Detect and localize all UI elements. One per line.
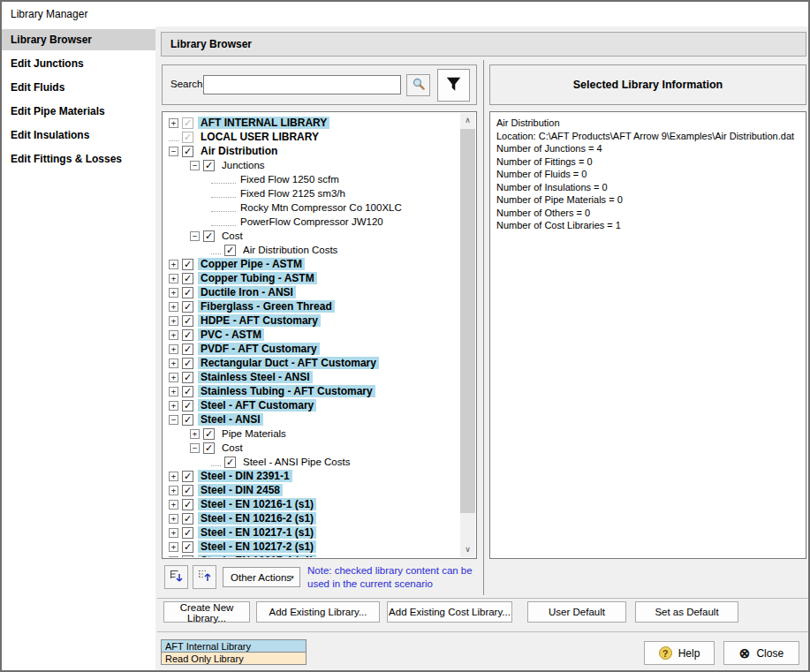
create-new-library-button[interactable]: Create New Library... bbox=[163, 601, 250, 623]
tree-checkbox[interactable]: ✓ bbox=[182, 146, 193, 157]
tree-row[interactable]: −✓Steel - ANSI bbox=[163, 412, 460, 427]
expand-all-button[interactable] bbox=[164, 565, 188, 589]
tree-checkbox[interactable]: ✓ bbox=[182, 499, 193, 510]
search-input[interactable] bbox=[203, 75, 401, 94]
tree-row[interactable]: +✓AFT INTERNAL LIBRARY bbox=[163, 116, 460, 130]
tree-checkbox[interactable]: ✓ bbox=[182, 555, 193, 558]
set-as-default-button[interactable]: Set as Default bbox=[635, 601, 738, 623]
plus-expander-icon[interactable]: + bbox=[169, 472, 178, 481]
plus-expander-icon[interactable]: + bbox=[169, 486, 178, 495]
plus-expander-icon[interactable]: + bbox=[169, 500, 178, 510]
tree-row[interactable]: ✓LOCAL USER LIBRARY bbox=[163, 130, 460, 144]
tree-row[interactable]: Rocky Mtn Compressor Co 100XLC bbox=[163, 200, 460, 215]
scrollbar-down-button[interactable]: ∨ bbox=[460, 542, 475, 557]
tree-row[interactable]: Fixed Flow 1250 scfm bbox=[163, 172, 460, 186]
tree-checkbox[interactable]: ✓ bbox=[182, 344, 193, 355]
tree-row[interactable]: +✓Steel - EN 10216-1 (s1) bbox=[163, 497, 460, 511]
tree-row[interactable]: +✓PVC - ASTM bbox=[163, 328, 460, 342]
sidebar-item-library-browser[interactable]: Library Browser bbox=[2, 29, 155, 50]
sidebar-item-edit-fluids[interactable]: Edit Fluids bbox=[2, 77, 155, 98]
tree-row[interactable]: +✓Steel - DIN 2391-1 bbox=[163, 469, 460, 483]
minus-expander-icon[interactable]: − bbox=[190, 161, 200, 170]
tree-row[interactable]: +✓Stainless Tubing - AFT Customary bbox=[163, 384, 460, 398]
tree-checkbox[interactable]: ✓ bbox=[182, 329, 193, 341]
tree-row[interactable]: +✓Ductile Iron - ANSI bbox=[163, 285, 460, 299]
plus-expander-icon[interactable]: + bbox=[169, 302, 178, 312]
tree-checkbox[interactable]: ✓ bbox=[182, 471, 193, 482]
tree-row[interactable]: −✓Cost bbox=[163, 229, 460, 243]
tree-row[interactable]: +✓Copper Tubing - ASTM bbox=[163, 271, 460, 285]
tree-checkbox[interactable]: ✓ bbox=[203, 230, 215, 242]
collapse-all-button[interactable] bbox=[193, 565, 216, 589]
tree-row[interactable]: +✓HDPE - AFT Customary bbox=[163, 313, 460, 328]
plus-expander-icon[interactable]: + bbox=[169, 359, 178, 368]
tree-checkbox[interactable]: ✓ bbox=[182, 287, 193, 298]
tree-row[interactable]: +✓Steel - EN 10217-4 (s1) bbox=[163, 554, 460, 557]
tree-row[interactable]: PowerFlow Compressor JW120 bbox=[163, 215, 460, 229]
tree-row[interactable]: +✓Steel - DIN 2458 bbox=[163, 483, 460, 497]
sidebar-item-edit-fittings-losses[interactable]: Edit Fittings & Losses bbox=[2, 148, 155, 170]
tree-checkbox[interactable]: ✓ bbox=[182, 372, 193, 383]
tree-row[interactable]: +✓Steel - EN 10216-2 (s1) bbox=[163, 511, 460, 525]
tree-checkbox[interactable]: ✓ bbox=[182, 315, 193, 327]
tree-row[interactable]: +✓Rectangular Duct - AFT Customary bbox=[163, 356, 460, 370]
plus-expander-icon[interactable]: + bbox=[169, 556, 178, 558]
plus-expander-icon[interactable]: + bbox=[169, 274, 178, 283]
tree-checkbox[interactable]: ✓ bbox=[182, 485, 193, 496]
sidebar-item-edit-junctions[interactable]: Edit Junctions bbox=[2, 53, 155, 74]
add-existing-library-button[interactable]: Add Existing Library... bbox=[256, 601, 380, 623]
help-button[interactable]: ? Help bbox=[644, 641, 715, 665]
tree-row[interactable]: +✓Pipe Materials bbox=[163, 427, 460, 441]
minus-expander-icon[interactable]: − bbox=[169, 147, 178, 156]
tree-row[interactable]: −✓Junctions bbox=[163, 158, 460, 172]
tree-checkbox[interactable]: ✓ bbox=[182, 527, 193, 539]
tree-row[interactable]: −✓Cost bbox=[163, 441, 460, 455]
tree-checkbox[interactable]: ✓ bbox=[182, 414, 193, 426]
tree-checkbox[interactable]: ✓ bbox=[182, 273, 193, 284]
plus-expander-icon[interactable]: + bbox=[169, 316, 178, 326]
tree-row[interactable]: +✓Steel - AFT Customary bbox=[163, 398, 460, 412]
tree-row[interactable]: ✓Steel - ANSI Pipe Costs bbox=[163, 455, 460, 469]
tree-row[interactable]: −✓Air Distribution bbox=[163, 144, 460, 158]
plus-expander-icon[interactable]: + bbox=[169, 514, 178, 524]
tree-checkbox[interactable]: ✓ bbox=[182, 386, 193, 397]
plus-expander-icon[interactable]: + bbox=[169, 542, 178, 552]
tree-row[interactable]: +✓Stainless Steel - ANSI bbox=[163, 370, 460, 384]
tree-checkbox[interactable]: ✓ bbox=[182, 400, 193, 412]
tree-row[interactable]: +✓Fiberglass - Green Thread bbox=[163, 299, 460, 313]
plus-expander-icon[interactable]: + bbox=[169, 387, 178, 396]
filter-button[interactable] bbox=[437, 69, 470, 102]
plus-expander-icon[interactable]: + bbox=[169, 401, 178, 411]
sidebar-item-edit-pipe-materials[interactable]: Edit Pipe Materials bbox=[2, 101, 155, 122]
tree-row[interactable]: +✓Copper Pipe - ASTM bbox=[163, 257, 460, 271]
scrollbar-thumb[interactable] bbox=[460, 129, 475, 513]
close-button[interactable]: ⊗ Close bbox=[723, 641, 799, 665]
tree-checkbox[interactable]: ✓ bbox=[203, 160, 215, 171]
minus-expander-icon[interactable]: − bbox=[190, 443, 200, 453]
plus-expander-icon[interactable]: + bbox=[169, 288, 178, 298]
plus-expander-icon[interactable]: + bbox=[169, 344, 178, 354]
tree-checkbox[interactable]: ✓ bbox=[182, 541, 193, 553]
tree-checkbox[interactable]: ✓ bbox=[203, 442, 215, 454]
add-existing-cost-library-button[interactable]: Add Existing Cost Library... bbox=[387, 601, 512, 623]
tree-checkbox[interactable]: ✓ bbox=[182, 358, 193, 369]
plus-expander-icon[interactable]: + bbox=[190, 429, 200, 439]
other-actions-dropdown[interactable]: Other Actions ▼ bbox=[223, 567, 300, 587]
scrollbar-up-button[interactable]: ∧ bbox=[460, 113, 475, 128]
tree-scrollbar[interactable]: ∧ ∨ bbox=[460, 113, 475, 557]
tree-checkbox[interactable]: ✓ bbox=[182, 513, 193, 525]
minus-expander-icon[interactable]: − bbox=[169, 415, 178, 425]
sidebar-item-edit-insulations[interactable]: Edit Insulations bbox=[2, 125, 155, 146]
search-button[interactable] bbox=[406, 74, 430, 96]
plus-expander-icon[interactable]: + bbox=[169, 260, 178, 269]
tree-checkbox[interactable]: ✓ bbox=[203, 428, 215, 440]
tree-checkbox[interactable]: ✓ bbox=[224, 245, 236, 256]
minus-expander-icon[interactable]: − bbox=[190, 231, 200, 241]
tree-row[interactable]: +✓PVDF - AFT Customary bbox=[163, 342, 460, 356]
tree-row[interactable]: +✓Steel - EN 10217-2 (s1) bbox=[163, 540, 460, 554]
tree-row[interactable]: +✓Steel - EN 10217-1 (s1) bbox=[163, 525, 460, 540]
plus-expander-icon[interactable]: + bbox=[169, 118, 178, 128]
plus-expander-icon[interactable]: + bbox=[169, 330, 178, 340]
tree-row[interactable]: Fixed Flow 2125 sm3/h bbox=[163, 186, 460, 200]
user-default-button[interactable]: User Default bbox=[527, 601, 626, 623]
